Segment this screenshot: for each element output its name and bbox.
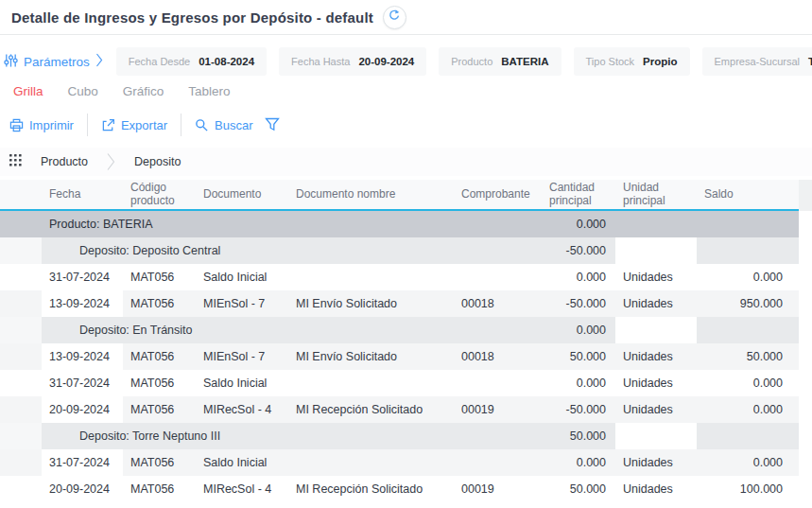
toolbar-divider — [87, 114, 88, 136]
cell-codigo: MAT056 — [123, 343, 196, 370]
parameters-toggle[interactable]: Parámetros — [4, 53, 103, 71]
chevron-right-icon — [107, 152, 115, 171]
group-band: Deposito: Deposito Central-50.000 — [42, 237, 615, 264]
column-header-indent — [0, 180, 42, 209]
column-header-documento_nombre[interactable]: Documento nombre — [288, 180, 454, 209]
cell-cantidad: 0.000 — [542, 264, 615, 290]
parameter-pill-empresa-sucursal[interactable]: Empresa-SucursalTorre Neptuno III — [702, 47, 812, 76]
parameter-value: BATERIA — [501, 56, 548, 67]
group-row-deposito[interactable]: Deposito: Deposito Central-50.000 — [0, 237, 799, 264]
group-row-deposito[interactable]: Deposito: En Tránsito0.000 — [0, 317, 799, 343]
cell-cantidad: 0.000 — [542, 370, 615, 396]
cell-fecha: 31-07-2024 — [42, 370, 123, 396]
cell-indent — [0, 476, 42, 502]
parameter-pill-tipo-stock[interactable]: Tipo StockPropio — [574, 47, 690, 76]
grid-dots-icon — [9, 153, 22, 170]
cell-unidad: Unidades — [615, 343, 697, 370]
app-window: Detalle de Ingresos y Egresos por Depósi… — [0, 0, 812, 502]
data-grid: FechaCódigo productoDocumentoDocumento n… — [0, 180, 812, 502]
cell-indent — [0, 370, 42, 396]
cell-comprobante — [454, 370, 542, 396]
parameter-value: 20-09-2024 — [358, 56, 414, 67]
table-row[interactable]: 13-09-2024MAT056MIEnSol - 7MI Envío Soli… — [0, 343, 799, 370]
parameter-value: 01-08-2024 — [199, 56, 254, 67]
cell-documento_nombre: MI Envío Solicitado — [288, 343, 454, 370]
parameter-label: Fecha Hasta — [291, 56, 350, 67]
cell-documento_nombre — [288, 264, 454, 290]
cell-fecha: 31-07-2024 — [42, 264, 123, 290]
cell-comprobante: 00018 — [454, 343, 542, 370]
sliders-icon — [4, 53, 18, 71]
table-row[interactable]: 20-09-2024MAT056MIRecSol - 4MI Recepción… — [0, 476, 799, 502]
group-cantidad-value: 0.000 — [542, 211, 615, 237]
group-row-product[interactable]: Producto: BATERIA0.000 — [0, 211, 799, 237]
export-icon — [101, 118, 115, 132]
cell-unidad: Unidades — [615, 264, 697, 290]
column-header-saldo[interactable]: Saldo — [697, 180, 799, 209]
cell-fecha: 20-09-2024 — [42, 476, 123, 502]
column-header-fecha[interactable]: Fecha — [42, 180, 123, 209]
cell-cantidad: -50.000 — [542, 396, 615, 423]
refresh-button[interactable] — [383, 6, 406, 29]
tab-grilla[interactable]: Grilla — [13, 84, 43, 98]
print-button[interactable]: Imprimir — [9, 118, 74, 132]
parameter-label: Producto — [451, 56, 492, 67]
print-label: Imprimir — [29, 118, 74, 132]
parameter-label: Fecha Desde — [129, 56, 190, 67]
parameter-pill-producto[interactable]: ProductoBATERIA — [439, 47, 561, 76]
cell-indent — [0, 290, 42, 317]
group-indent — [0, 237, 42, 264]
parameter-pill-fecha-desde[interactable]: Fecha Desde01-08-2024 — [116, 47, 267, 76]
table-row[interactable]: 20-09-2024MAT056MIRecSol - 4MI Recepción… — [0, 396, 799, 423]
column-header-cantidad[interactable]: Cantidad principal — [542, 180, 615, 209]
group-saldo-cell — [697, 237, 799, 264]
cell-documento: Saldo Inicial — [196, 264, 288, 290]
tab-cubo[interactable]: Cubo — [68, 84, 98, 98]
group-row-deposito[interactable]: Deposito: Torre Neptuno III50.000 — [0, 423, 799, 449]
cell-comprobante: 00018 — [454, 290, 542, 317]
cell-documento: MIEnSol - 7 — [196, 290, 288, 317]
group-fields: ProductoDeposito — [33, 152, 188, 171]
table-row[interactable]: 31-07-2024MAT056Saldo Inicial0.000Unidad… — [0, 449, 799, 476]
group-cantidad-value: -50.000 — [566, 244, 615, 257]
cell-documento_nombre: MI Envío Solicitado — [288, 290, 454, 317]
parameter-pill-fecha-hasta[interactable]: Fecha Hasta20-09-2024 — [279, 47, 426, 76]
group-saldo-cell — [697, 423, 799, 449]
cell-codigo: MAT056 — [123, 264, 196, 290]
column-header-codigo[interactable]: Código producto — [123, 180, 196, 209]
search-icon — [195, 118, 209, 132]
scrollbar-spacer — [799, 180, 812, 211]
cell-documento: Saldo Inicial — [196, 370, 288, 396]
export-button[interactable]: Exportar — [101, 118, 167, 132]
group-label: Producto: BATERIA — [0, 211, 542, 237]
printer-icon — [9, 118, 24, 132]
tab-tablero[interactable]: Tablero — [188, 84, 230, 98]
column-header-documento[interactable]: Documento — [196, 180, 288, 209]
cell-codigo: MAT056 — [123, 476, 196, 502]
search-button[interactable]: Buscar — [195, 118, 252, 132]
cell-comprobante: 00019 — [454, 396, 542, 423]
parameter-value: Torre Neptuno III — [808, 56, 812, 67]
cell-fecha: 20-09-2024 — [42, 396, 123, 423]
cell-indent — [0, 449, 42, 476]
group-panel: ProductoDeposito — [0, 148, 812, 176]
refresh-icon — [388, 9, 401, 26]
cell-codigo: MAT056 — [123, 449, 196, 476]
grid-header-row: FechaCódigo productoDocumentoDocumento n… — [0, 180, 799, 211]
cell-unidad: Unidades — [615, 290, 697, 317]
column-header-comprobante[interactable]: Comprobante — [454, 180, 542, 209]
tab-grfico[interactable]: Gráfico — [123, 84, 164, 98]
table-row[interactable]: 13-09-2024MAT056MIEnSol - 7MI Envío Soli… — [0, 290, 799, 317]
filter-button[interactable] — [265, 117, 280, 132]
group-field-deposito[interactable]: Deposito — [127, 155, 188, 168]
column-header-unidad[interactable]: Unidad principal — [615, 180, 697, 209]
cell-codigo: MAT056 — [123, 396, 196, 423]
page-title: Detalle de Ingresos y Egresos por Depósi… — [11, 9, 373, 26]
table-row[interactable]: 31-07-2024MAT056Saldo Inicial0.000Unidad… — [0, 370, 799, 396]
cell-documento: MIRecSol - 4 — [196, 476, 288, 502]
group-label: Deposito: En Tránsito — [42, 324, 193, 337]
cell-indent — [0, 264, 42, 290]
table-row[interactable]: 31-07-2024MAT056Saldo Inicial0.000Unidad… — [0, 264, 799, 290]
group-field-producto[interactable]: Producto — [33, 155, 95, 168]
cell-comprobante — [454, 449, 542, 476]
